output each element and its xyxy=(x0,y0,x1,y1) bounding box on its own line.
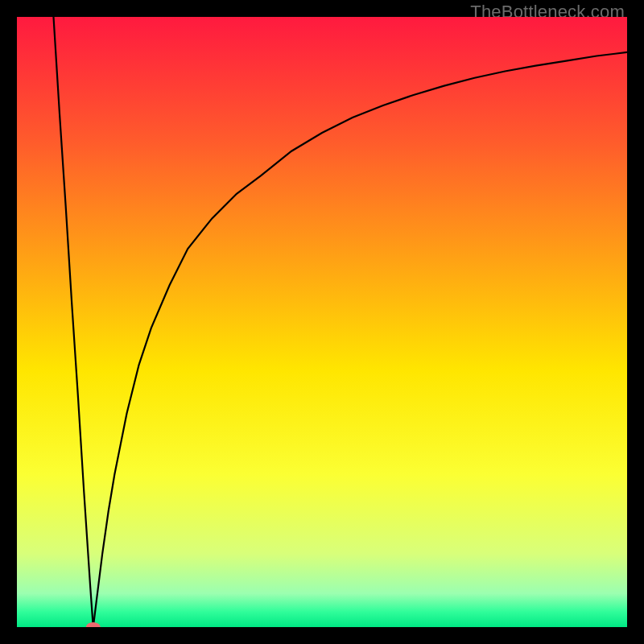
chart-frame xyxy=(17,17,627,627)
bottleneck-chart xyxy=(17,17,627,627)
gradient-background xyxy=(17,17,627,627)
